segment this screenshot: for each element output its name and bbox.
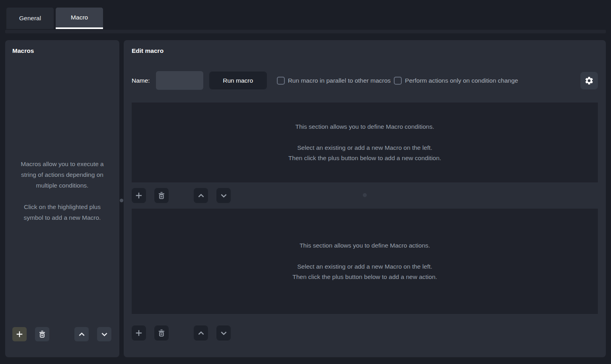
chevron-down-icon bbox=[220, 192, 228, 200]
conditions-helper-line-2: Select an existing or add a new Macro on… bbox=[297, 144, 432, 151]
condition-change-checkbox-group[interactable]: Perform actions only on condition change bbox=[394, 77, 518, 85]
name-label: Name: bbox=[132, 77, 150, 84]
move-macro-up-button[interactable] bbox=[74, 327, 89, 341]
chevron-down-icon bbox=[100, 330, 109, 339]
edit-macro-title: Edit macro bbox=[132, 47, 598, 54]
parallel-checkbox-label: Run macro in parallel to other macros bbox=[288, 77, 391, 84]
macro-name-input[interactable] bbox=[156, 71, 203, 90]
actions-helper-lines-2-3: Select an existing or add a new Macro on… bbox=[132, 261, 598, 282]
macro-list-toolbar bbox=[12, 327, 112, 341]
conditions-helper-line-3: Then click the plus button below to add … bbox=[288, 155, 441, 161]
chevron-down-icon bbox=[220, 329, 228, 337]
sections-splitter-handle[interactable] bbox=[363, 193, 367, 197]
actions-helper-line-2: Select an existing or add a new Macro on… bbox=[297, 263, 432, 270]
move-action-up-button[interactable] bbox=[194, 325, 208, 341]
tab-strip-divider bbox=[5, 30, 606, 33]
macros-helper-paragraph-1: Macros allow you to execute a string of … bbox=[15, 159, 110, 191]
panel-splitter bbox=[119, 40, 124, 357]
trash-icon bbox=[157, 329, 166, 337]
actions-helper-line-1: This section allows you to define Macro … bbox=[132, 240, 598, 251]
actions-toolbar bbox=[132, 325, 598, 341]
move-macro-down-button[interactable] bbox=[97, 327, 111, 341]
parallel-checkbox-group[interactable]: Run macro in parallel to other macros bbox=[277, 77, 391, 85]
add-macro-button[interactable] bbox=[12, 327, 27, 341]
plus-icon bbox=[16, 330, 23, 338]
gear-icon bbox=[584, 76, 594, 85]
macros-panel-title: Macros bbox=[12, 47, 112, 54]
tab-bar: General Macro bbox=[0, 0, 611, 29]
delete-macro-button[interactable] bbox=[35, 327, 49, 341]
macros-empty-helper: Macros allow you to execute a string of … bbox=[12, 54, 112, 327]
move-condition-down-button[interactable] bbox=[216, 188, 231, 203]
conditions-helper-line-1: This section allows you to define Macro … bbox=[132, 122, 598, 132]
add-action-button[interactable] bbox=[132, 325, 146, 341]
trash-icon bbox=[38, 330, 47, 339]
delete-condition-button[interactable] bbox=[154, 188, 169, 203]
macros-sidebar: Macros Macros allow you to execute a str… bbox=[5, 40, 119, 357]
plus-icon bbox=[135, 329, 143, 337]
conditions-helper-lines-2-3: Select an existing or add a new Macro on… bbox=[132, 143, 598, 163]
chevron-up-icon bbox=[197, 329, 205, 337]
condition-change-checkbox-label: Perform actions only on condition change bbox=[405, 77, 518, 84]
content-area: Macros Macros allow you to execute a str… bbox=[5, 40, 606, 357]
tab-macro[interactable]: Macro bbox=[56, 8, 103, 29]
plus-icon bbox=[135, 192, 143, 199]
chevron-up-icon bbox=[197, 192, 205, 200]
move-action-down-button[interactable] bbox=[216, 325, 231, 341]
panel-splitter-handle[interactable] bbox=[120, 199, 123, 202]
actions-section: This section allows you to define Macro … bbox=[132, 209, 598, 314]
tab-general[interactable]: General bbox=[6, 8, 54, 29]
macro-name-row: Name: Run macro Run macro in parallel to… bbox=[132, 71, 598, 90]
macro-settings-button[interactable] bbox=[580, 72, 598, 89]
run-macro-button[interactable]: Run macro bbox=[209, 72, 267, 89]
chevron-up-icon bbox=[78, 330, 86, 339]
move-condition-up-button[interactable] bbox=[194, 188, 208, 203]
conditions-toolbar bbox=[132, 182, 598, 209]
conditions-section: This section allows you to define Macro … bbox=[132, 103, 598, 182]
parallel-checkbox[interactable] bbox=[277, 77, 285, 85]
macros-helper-paragraph-2: Click on the highlighted plus symbol to … bbox=[15, 201, 110, 223]
edit-macro-panel: Edit macro Name: Run macro Run macro in … bbox=[124, 40, 606, 357]
tab-macro-label: Macro bbox=[71, 14, 88, 21]
delete-action-button[interactable] bbox=[154, 325, 169, 341]
actions-helper-line-3: Then click the plus button below to add … bbox=[292, 273, 437, 280]
condition-change-checkbox[interactable] bbox=[394, 77, 402, 85]
run-macro-label: Run macro bbox=[223, 77, 253, 84]
trash-icon bbox=[157, 191, 166, 200]
add-condition-button[interactable] bbox=[132, 188, 146, 203]
tab-general-label: General bbox=[19, 15, 41, 22]
